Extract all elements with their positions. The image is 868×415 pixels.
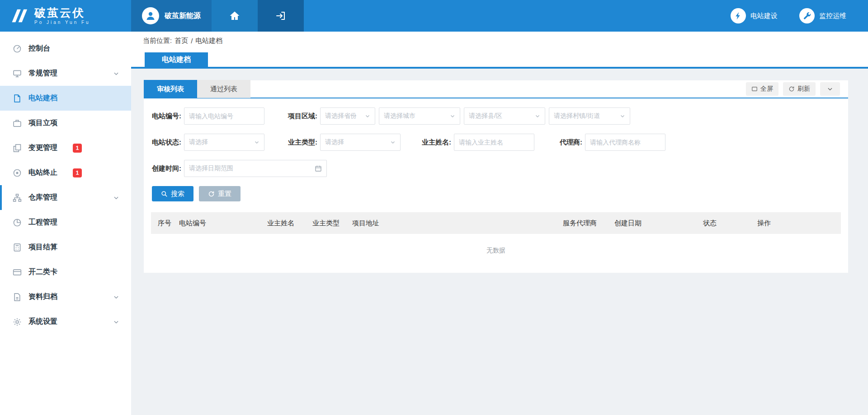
sidebar-item-label: 工程管理 [28,218,57,227]
county-select[interactable]: 请选择县/区 [464,107,545,125]
fullscreen-button[interactable]: 全屏 [746,82,778,96]
tab-passed-list[interactable]: 通过列表 [197,80,250,98]
city-select[interactable]: 请选择城市 [379,107,460,125]
breadcrumb-current: 电站建档 [195,37,222,45]
column-header: 电站编号 [179,219,267,228]
nav-station-build-label: 电站建设 [750,12,778,20]
sidebar-item-label: 常规管理 [28,69,57,78]
nav-station-build[interactable]: 电站建设 [731,8,778,23]
breadcrumb-separator: / [191,37,193,45]
station-status-placeholder: 请选择 [189,138,208,146]
company-name: 破茧新能源 [165,11,201,21]
owner-type-label: 业主类型: [288,138,317,147]
tab-review-list[interactable]: 审核列表 [144,80,197,98]
sidebar-item-label: 电站建档 [28,93,57,103]
sidebar-item-label: 变更管理 [28,143,57,153]
agent-label: 代理商: [560,138,582,147]
sidebar-item-project-settlement[interactable]: 项目结算 [0,235,131,260]
owner-name-label: 业主姓名: [422,138,451,147]
create-time-label: 创建时间: [152,164,181,173]
chevron-down-icon [390,140,396,145]
id-card-icon [13,268,22,277]
sidebar-item-label: 控制台 [28,44,50,53]
date-range-picker[interactable]: 请选择日期范围 [184,160,327,177]
chevron-down-icon [535,113,540,119]
province-select[interactable]: 请选择省份 [320,107,375,125]
sidebar-item-label: 项目结算 [28,242,57,252]
sidebar-item-general-management[interactable]: 常规管理 [0,61,131,86]
search-icon [161,191,168,197]
home-button[interactable] [212,0,258,32]
breadcrumb-home[interactable]: 首页 [175,37,188,45]
region-label: 项目区域: [288,112,317,121]
search-button[interactable]: 搜索 [152,186,193,201]
app-header: 破茧云伏 Po Jian Yun Fu 破茧新能源 电站建设 [0,0,868,32]
column-header: 序号 [151,219,179,228]
logout-button[interactable] [258,0,304,32]
filter-panel: 审核列表 通过列表 全屏 刷新 [144,80,848,273]
results-table: 序号 电站编号 业主姓名 业主类型 项目地址 服务代理商 创建日期 状态 操作 … [144,203,848,257]
chevron-down-icon [365,113,370,119]
lightning-icon [731,8,746,23]
column-header: 操作 [757,219,841,228]
station-termination-badge: 1 [73,168,82,177]
sidebar-item-station-termination[interactable]: 电站终止 1 [0,160,131,185]
town-placeholder: 请选择村镇/街道 [554,112,600,120]
user-menu[interactable]: 破茧新能源 [131,0,212,32]
app-subtitle: Po Jian Yun Fu [34,20,90,25]
search-form: 电站编号: 项目区域: 请选择省份 请选择城市 请选择县/区 [144,98,848,177]
refresh-label: 刷新 [797,85,810,93]
sidebar-item-project-initiation[interactable]: 项目立项 [0,111,131,135]
sidebar-item-label: 电站终止 [28,168,57,177]
column-header: 创建日期 [614,219,703,228]
sidebar-item-engineering-management[interactable]: 工程管理 [0,210,131,235]
county-placeholder: 请选择县/区 [469,112,502,120]
chevron-down-icon [254,140,259,145]
home-icon [229,10,240,21]
chevron-down-icon [113,294,119,300]
table-header-row: 序号 电站编号 业主姓名 业主类型 项目地址 服务代理商 创建日期 状态 操作 [151,212,841,234]
chevron-down-icon [620,113,625,119]
town-select[interactable]: 请选择村镇/街道 [549,107,630,125]
reset-button[interactable]: 重置 [199,186,241,201]
sidebar-item-system-settings[interactable]: 系统设置 [0,309,131,334]
sidebar-item-label: 系统设置 [28,317,57,326]
refresh-button[interactable]: 刷新 [783,82,816,96]
calculator-icon [13,243,22,252]
agent-input[interactable] [585,134,665,151]
owner-type-placeholder: 请选择 [325,138,344,146]
tab-station-filing[interactable]: 电站建档 [145,52,208,67]
wrench-icon [799,8,815,23]
sidebar-item-data-archive[interactable]: 资料归档 [0,284,131,309]
station-no-input[interactable] [184,107,264,125]
owner-name-input[interactable] [454,134,534,151]
sidebar-item-change-management[interactable]: 变更管理 1 [0,135,131,160]
collapse-panel-button[interactable] [820,82,840,96]
sitemap-icon [13,193,22,202]
app-logo: 破茧云伏 Po Jian Yun Fu [0,0,131,32]
station-status-label: 电站状态: [152,138,181,147]
gauge-icon [13,44,22,53]
owner-type-select[interactable]: 请选择 [320,134,401,151]
briefcase-icon [13,119,22,128]
date-range-placeholder: 请选择日期范围 [189,164,233,173]
archive-icon [13,293,22,302]
sidebar-item-second-type-card[interactable]: 开二类卡 [0,260,131,284]
nav-monitor-ops[interactable]: 监控运维 [799,8,846,23]
calendar-icon [315,165,322,172]
station-status-select[interactable]: 请选择 [184,134,264,151]
avatar [142,7,159,24]
page-tab-strip: 电站建档 [131,50,868,69]
sidebar-item-warehouse-management[interactable]: 仓库管理 [0,185,131,210]
panel-tabs: 审核列表 通过列表 全屏 刷新 [144,80,848,98]
main-content: 当前位置: 首页 / 电站建档 电站建档 审核列表 通过列表 全屏 刷新 [131,32,868,415]
fullscreen-label: 全屏 [760,85,773,93]
column-header: 业主姓名 [267,219,312,228]
document-icon [13,94,22,103]
sidebar-item-station-filing[interactable]: 电站建档 [0,86,131,111]
sidebar-item-console[interactable]: 控制台 [0,36,131,61]
column-header: 状态 [703,219,757,228]
chevron-down-icon [450,113,455,119]
form-buttons: 搜索 重置 [144,186,848,203]
sidebar-item-label: 仓库管理 [28,193,57,202]
